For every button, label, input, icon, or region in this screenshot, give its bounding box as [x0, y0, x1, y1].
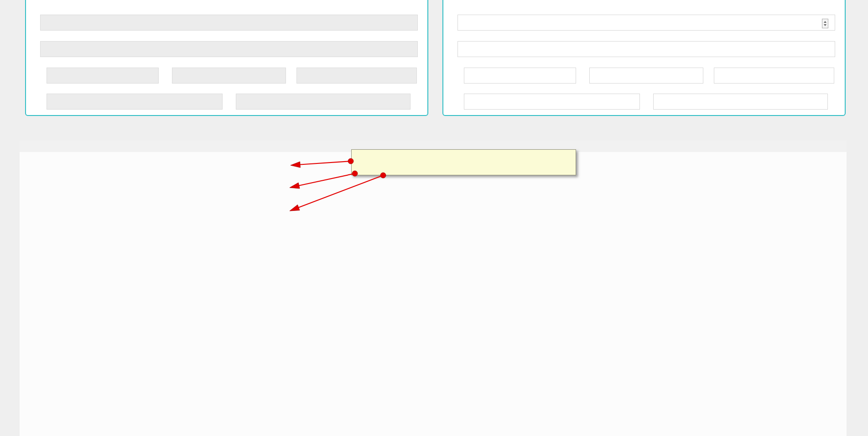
project-name-input[interactable] — [40, 15, 418, 31]
annotation-callout — [351, 149, 576, 175]
state-input[interactable] — [589, 68, 703, 84]
project-info-panel-left — [25, 0, 428, 116]
stepper-icon[interactable] — [822, 19, 828, 28]
project-info-panel-right — [442, 0, 846, 116]
zip-input[interactable] — [714, 68, 834, 84]
state-input[interactable] — [172, 68, 286, 84]
phone-input[interactable] — [47, 94, 223, 110]
city-input[interactable] — [47, 68, 159, 84]
fax-input[interactable] — [653, 94, 828, 110]
stakeholders-table — [20, 141, 847, 436]
phone-input[interactable] — [464, 94, 640, 110]
zip-input[interactable] — [296, 68, 417, 84]
fax-input[interactable] — [236, 94, 411, 110]
page — [0, 0, 868, 436]
stepper-up-icon — [824, 21, 826, 23]
project-name-input[interactable] — [457, 15, 835, 31]
address-input[interactable] — [457, 41, 835, 57]
stepper-down-icon — [824, 24, 826, 26]
city-input[interactable] — [464, 68, 576, 84]
address-input[interactable] — [40, 41, 418, 57]
